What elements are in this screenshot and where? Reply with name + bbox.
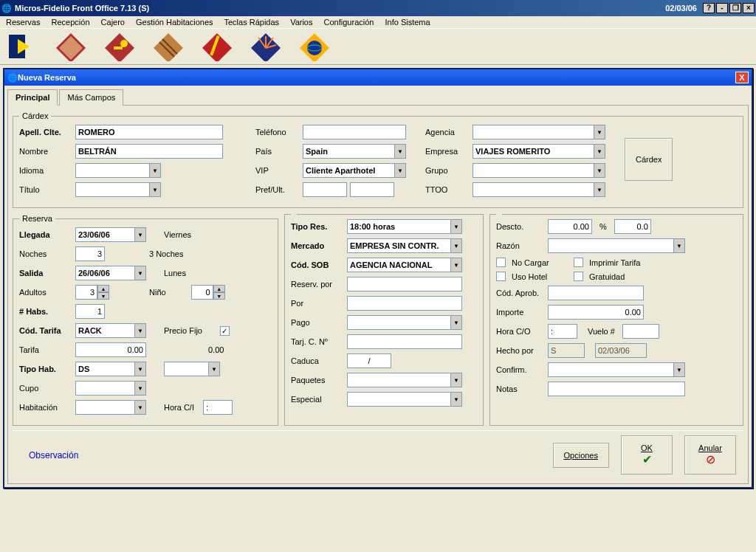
combo-idioma[interactable]: ▼ [75, 163, 161, 178]
chevron-down-icon[interactable]: ▼ [594, 125, 605, 139]
chevron-down-icon[interactable]: ▼ [97, 292, 109, 300]
minimize-button[interactable]: - [716, 3, 728, 13]
chevron-down-icon[interactable]: ▼ [594, 144, 605, 159]
toolbar-book-icon[interactable] [53, 32, 89, 61]
combo-empresa[interactable]: ▼ [472, 144, 605, 159]
input-pref2[interactable] [350, 182, 394, 197]
ok-button[interactable]: OK✔ [621, 435, 673, 475]
chevron-down-icon[interactable]: ▼ [673, 238, 685, 253]
menu-reservas[interactable]: Reservas [6, 18, 40, 27]
chevron-down-icon[interactable]: ▼ [134, 381, 146, 396]
combo-agencia[interactable]: ▼ [472, 125, 605, 139]
chevron-down-icon[interactable]: ▼ [134, 323, 146, 338]
opciones-button[interactable]: Opciones [553, 443, 609, 468]
input-nombre[interactable] [75, 144, 223, 159]
input-habs[interactable] [75, 304, 105, 319]
cardex-button[interactable]: Cárdex [625, 138, 673, 181]
chevron-down-icon[interactable]: ▼ [450, 238, 462, 253]
toolbar-globe-icon[interactable] [297, 32, 332, 61]
chk-gratuidad[interactable] [574, 272, 583, 281]
menu-config[interactable]: Configuración [324, 18, 374, 27]
toolbar-fan-icon[interactable] [248, 32, 284, 61]
input-pref1[interactable] [303, 182, 347, 197]
toolbar-waffle-icon[interactable] [151, 32, 186, 61]
input-descto[interactable] [548, 219, 592, 234]
input-horaco[interactable] [548, 324, 577, 339]
combo-razon[interactable]: ▼ [548, 238, 685, 253]
link-observacion[interactable]: Observación [20, 450, 541, 460]
combo-salida[interactable]: ▼ [75, 266, 146, 280]
combo-tipohab[interactable]: ▼ [75, 362, 146, 376]
combo-cupo[interactable]: ▼ [75, 381, 146, 396]
restore-button[interactable]: ❐ [729, 3, 741, 13]
menu-gestion[interactable]: Gestión Habitaciones [136, 18, 213, 27]
input-reservpor[interactable] [347, 277, 462, 291]
chevron-down-icon[interactable]: ▼ [450, 373, 462, 387]
chk-imprimir[interactable] [574, 258, 583, 267]
combo-confirm[interactable]: ▼ [548, 362, 685, 377]
chevron-down-icon[interactable]: ▼ [149, 182, 161, 197]
combo-mercado[interactable]: ▼ [347, 238, 462, 253]
combo-titulo[interactable]: ▼ [75, 182, 161, 197]
input-desctopct[interactable] [614, 219, 651, 234]
chevron-down-icon[interactable]: ▼ [673, 362, 685, 377]
chevron-down-icon[interactable]: ▼ [134, 227, 146, 242]
toolbar-pen-icon[interactable] [199, 32, 235, 61]
combo-tipohab2[interactable]: ▼ [164, 362, 220, 376]
chk-nocargar[interactable] [496, 258, 506, 267]
combo-llegada[interactable]: ▼ [75, 227, 146, 242]
combo-pago[interactable]: ▼ [347, 315, 462, 330]
chevron-down-icon[interactable]: ▼ [134, 266, 146, 280]
combo-tipores[interactable]: ▼ [347, 219, 462, 234]
tab-mas-campos[interactable]: Más Campos [59, 89, 123, 106]
toolbar-key-icon[interactable] [102, 32, 137, 61]
menu-varios[interactable]: Varios [290, 18, 312, 27]
combo-codtarifa[interactable]: ▼ [75, 323, 146, 338]
menu-cajero[interactable]: Cajero [101, 18, 125, 27]
combo-especial[interactable]: ▼ [347, 392, 462, 407]
spin-nino[interactable]: ▲▼ [191, 285, 225, 300]
input-telefono[interactable] [303, 125, 406, 139]
help-button[interactable]: ? [703, 3, 715, 13]
combo-vip[interactable]: ▼ [303, 163, 406, 178]
chevron-down-icon[interactable]: ▼ [208, 362, 220, 376]
anular-button[interactable]: Anular⊘ [684, 435, 736, 475]
menu-recepcion[interactable]: Recepción [52, 18, 90, 27]
chk-usohotel[interactable] [496, 272, 506, 281]
input-tarifa[interactable] [75, 342, 146, 357]
input-por[interactable] [347, 296, 462, 311]
input-caduca[interactable] [347, 353, 391, 368]
chevron-down-icon[interactable]: ▼ [134, 400, 146, 415]
input-tarjc[interactable] [347, 334, 462, 349]
combo-ttoo[interactable]: ▼ [472, 182, 605, 197]
chevron-down-icon[interactable]: ▼ [594, 163, 605, 178]
chevron-up-icon[interactable]: ▲ [213, 285, 225, 292]
chevron-down-icon[interactable]: ▼ [450, 258, 462, 272]
combo-grupo[interactable]: ▼ [472, 163, 605, 178]
chevron-down-icon[interactable]: ▼ [594, 182, 605, 197]
dialog-close-button[interactable]: X [735, 72, 749, 83]
combo-habitacion[interactable]: ▼ [75, 400, 146, 415]
chevron-down-icon[interactable]: ▼ [450, 392, 462, 407]
chevron-down-icon[interactable]: ▼ [394, 144, 406, 159]
chevron-up-icon[interactable]: ▲ [97, 285, 109, 292]
combo-codsob[interactable]: ▼ [347, 258, 462, 272]
chevron-down-icon[interactable]: ▼ [134, 362, 146, 376]
chevron-down-icon[interactable]: ▼ [394, 163, 406, 178]
combo-pais[interactable]: ▼ [303, 144, 406, 159]
input-noches[interactable] [75, 246, 105, 261]
chevron-down-icon[interactable]: ▼ [149, 163, 161, 178]
input-apell[interactable] [75, 125, 223, 139]
spin-adultos[interactable]: ▲▼ [75, 285, 109, 300]
input-horaci[interactable] [203, 400, 233, 415]
menu-info[interactable]: Info Sistema [385, 18, 430, 27]
input-importe[interactable] [548, 305, 644, 320]
chk-preciofijo[interactable]: ✓ [220, 326, 230, 336]
input-codaprob[interactable] [548, 286, 644, 300]
chevron-down-icon[interactable]: ▼ [450, 315, 462, 330]
chevron-down-icon[interactable]: ▼ [450, 219, 462, 234]
chevron-down-icon[interactable]: ▼ [213, 292, 225, 300]
input-notas[interactable] [548, 382, 685, 396]
combo-paquetes[interactable]: ▼ [347, 373, 462, 387]
close-button[interactable]: × [743, 3, 755, 13]
